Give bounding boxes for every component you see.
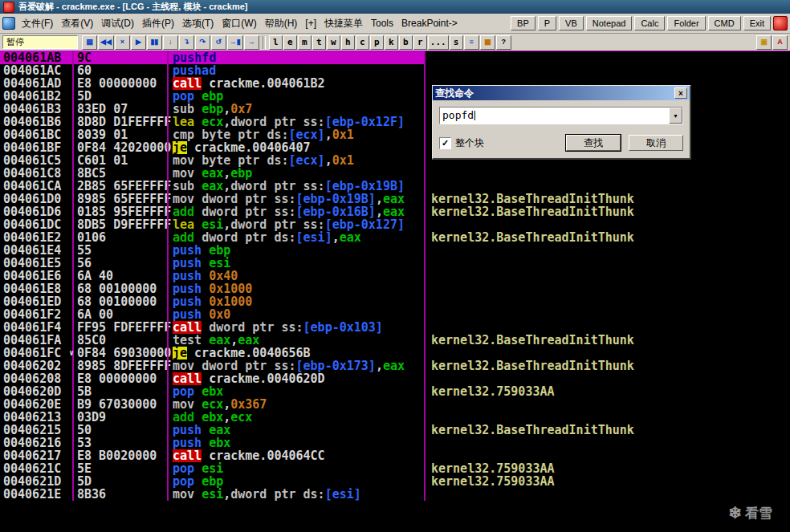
address-cell: 004061C5: [0, 154, 72, 167]
disasm-row[interactable]: 004062028985 8DFEFFFFmov dword ptr ss:[e…: [0, 359, 790, 372]
address-cell: 004061D6: [0, 205, 72, 218]
panel-button-k[interactable]: k: [385, 35, 398, 50]
menu-item[interactable]: 文件(F): [18, 15, 57, 32]
disasm-row[interactable]: 004061AB9Cpushfd: [0, 51, 790, 64]
menu-button-calc[interactable]: Calc: [634, 16, 665, 30]
panel-button-r[interactable]: r: [413, 35, 427, 50]
hexbytes-cell: 8DB5 D9FEFFFF: [74, 218, 167, 231]
chevron-down-icon[interactable]: ▼: [669, 108, 682, 124]
disasm-row[interactable]: 004061FC∨0F84 69030000je crackme.0040656…: [0, 347, 790, 359]
step-over-icon[interactable]: ↴: [179, 35, 194, 50]
window-menu-icon[interactable]: [2, 17, 15, 30]
address-cell: 00406208: [0, 372, 72, 385]
panel-button-b[interactable]: b: [399, 35, 413, 50]
disasm-row[interactable]: 004061AC60pushad: [0, 64, 790, 77]
menu-item[interactable]: 快捷菜单: [320, 15, 367, 32]
panel-button-c[interactable]: c: [356, 35, 369, 50]
window-titlebar[interactable]: 吾爱破解 - crackme.exe - [LCG - 主线程, 模块 - cr…: [0, 0, 790, 14]
menu-item[interactable]: 调试(D): [97, 15, 138, 32]
dialog-titlebar[interactable]: 查找命令 ×: [433, 86, 690, 100]
panel-button-h[interactable]: h: [341, 35, 355, 50]
comment-cell: kernel32.BaseThreadInitThunk: [426, 205, 790, 218]
disasm-row[interactable]: 004061D08985 65FEFFFFmov dword ptr ss:[e…: [0, 193, 790, 205]
close-program-icon[interactable]: ×: [115, 35, 130, 50]
disasm-row[interactable]: 004061E455push ebp: [0, 244, 790, 257]
disasm-row[interactable]: 00406217E8 B0020000call crackme.004064CC: [0, 449, 790, 462]
menu-item[interactable]: BreakPoint->: [397, 16, 462, 30]
skin-icon[interactable]: ▣: [756, 35, 772, 50]
disasm-row[interactable]: 004061E868 00100000push 0x1000: [0, 282, 790, 295]
menu-item[interactable]: 帮助(H): [261, 15, 302, 32]
menu-item[interactable]: 查看(V): [57, 15, 97, 32]
toolbar-right-group: ▣A: [756, 35, 788, 50]
menu-button-bp[interactable]: BP: [511, 16, 535, 30]
disasm-row[interactable]: 004061DC8DB5 D9FEFFFFlea esi,dword ptr s…: [0, 218, 790, 231]
disasm-row[interactable]: 0040621550push eaxkernel32.BaseThreadIni…: [0, 424, 790, 437]
disasm-row[interactable]: 0040620EB9 67030000mov ecx,0x367: [0, 398, 790, 411]
hexbytes-cell: 55: [74, 244, 167, 257]
disasm-row[interactable]: 004061CA2B85 65FEFFFFsub eax,dword ptr s…: [0, 180, 790, 193]
about-icon[interactable]: A: [772, 35, 788, 50]
run-icon[interactable]: ▶: [131, 35, 146, 50]
panel-button-p[interactable]: p: [370, 35, 384, 50]
disasm-row[interactable]: 004061E20106add dword ptr ds:[esi],eaxke…: [0, 231, 790, 244]
command-combobox[interactable]: popfd ▼: [439, 107, 683, 124]
address-cell: 004061AC: [0, 64, 72, 77]
cancel-button[interactable]: 取消: [629, 135, 683, 151]
disasm-row[interactable]: 004061F26A 00push 0x0: [0, 308, 790, 321]
execute-till-return-icon[interactable]: →▮: [227, 35, 243, 50]
menu-button-exit[interactable]: Exit: [743, 16, 771, 30]
menu-item[interactable]: [+]: [301, 16, 320, 30]
disasm-row[interactable]: 0040621C5Epop esikernel32.759033AA: [0, 462, 790, 475]
options-icon[interactable]: ≡: [464, 35, 479, 50]
open-file-icon[interactable]: ▤: [82, 35, 97, 50]
panel-button-e[interactable]: e: [283, 35, 297, 50]
appearance-icon[interactable]: ▦: [480, 35, 495, 50]
disasm-row[interactable]: 004061F4FF95 FDFEFFFFcall dword ptr ss:[…: [0, 321, 790, 334]
panel-button-s[interactable]: s: [450, 35, 463, 50]
menu-button-notepad[interactable]: Notepad: [586, 16, 633, 30]
entire-block-checkbox[interactable]: ✓: [439, 137, 451, 149]
disassembly-cell: pop ebp: [169, 90, 424, 103]
disasm-row[interactable]: 004061ED68 00100000push 0x1000: [0, 295, 790, 308]
address-cell: 004061BF: [0, 141, 72, 154]
disasm-row[interactable]: 0040621D5Dpop ebpkernel32.759033AA: [0, 475, 790, 488]
command-input[interactable]: popfd: [440, 108, 669, 124]
trace-into-icon[interactable]: ↷: [195, 35, 210, 50]
disassembly-cell: pop ebx: [169, 385, 424, 398]
panel-button-dotdotdot[interactable]: ...: [428, 35, 449, 50]
help-icon[interactable]: ?: [496, 35, 511, 50]
disasm-row[interactable]: 00406208E8 00000000call crackme.0040620D: [0, 372, 790, 385]
disasm-row[interactable]: 0040621E8B36mov esi,dword ptr ds:[esi]: [0, 488, 790, 501]
menu-item[interactable]: 选项(T): [178, 15, 218, 32]
menu-button-vb[interactable]: VB: [559, 16, 584, 30]
step-into-icon[interactable]: ↓: [163, 35, 178, 50]
disasm-row[interactable]: 004061D60185 95FEFFFFadd dword ptr ss:[e…: [0, 205, 790, 218]
disasm-row[interactable]: 004061E556push esi: [0, 257, 790, 270]
trace-over-icon[interactable]: ↺: [211, 35, 226, 50]
disasm-row[interactable]: 004061FA85C0test eax,eaxkernel32.BaseThr…: [0, 334, 790, 347]
close-icon[interactable]: ×: [674, 87, 687, 99]
menu-button-p[interactable]: P: [538, 16, 556, 30]
find-button[interactable]: 查找: [566, 135, 621, 151]
menu-button-folder[interactable]: Folder: [667, 16, 705, 30]
panel-button-w[interactable]: w: [327, 35, 340, 50]
panel-button-l[interactable]: l: [269, 35, 283, 50]
disasm-row[interactable]: 0040621653push ebx: [0, 437, 790, 449]
menu-item[interactable]: 插件(P): [138, 15, 178, 32]
disassembly-cell: je crackme.0040656B: [169, 347, 424, 359]
panel-button-m[interactable]: m: [298, 35, 312, 50]
hexbytes-cell: FF95 FDFEFFFF: [74, 321, 167, 334]
menu-item[interactable]: 窗口(W): [218, 15, 260, 32]
menu-button-cmd[interactable]: CMD: [708, 16, 741, 30]
restart-icon[interactable]: ◀◀: [98, 35, 114, 50]
menu-item[interactable]: Tools: [367, 16, 397, 30]
disasm-row[interactable]: 0040621303D9add ebx,ecx: [0, 411, 790, 424]
disasm-row[interactable]: 004061C88BC5mov eax,ebp: [0, 167, 790, 180]
panel-button-t[interactable]: t: [312, 35, 326, 50]
disasm-row[interactable]: 004061E66A 40push 0x40: [0, 270, 790, 282]
go-to-icon[interactable]: →: [244, 35, 259, 50]
pause-icon[interactable]: ▮▮: [147, 35, 162, 50]
disasm-row[interactable]: 0040620D5Bpop ebxkernel32.759033AA: [0, 385, 790, 398]
forum-badge-icon[interactable]: [773, 16, 788, 30]
